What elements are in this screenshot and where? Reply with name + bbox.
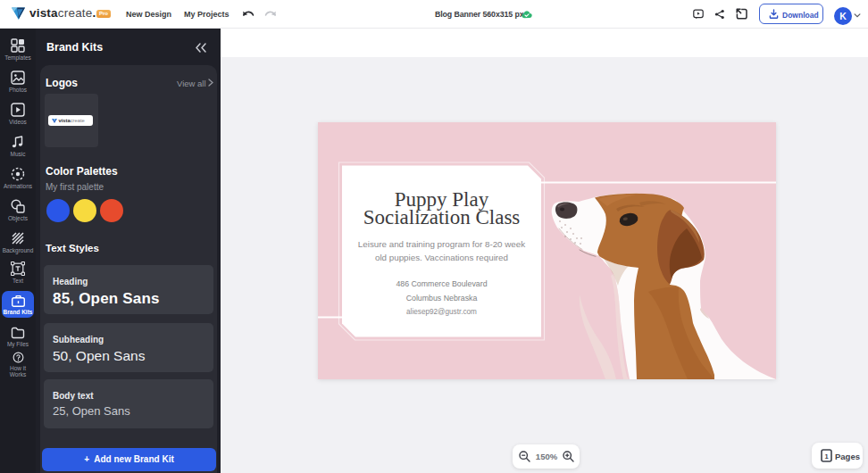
svg-text:1: 1 [824,452,828,461]
